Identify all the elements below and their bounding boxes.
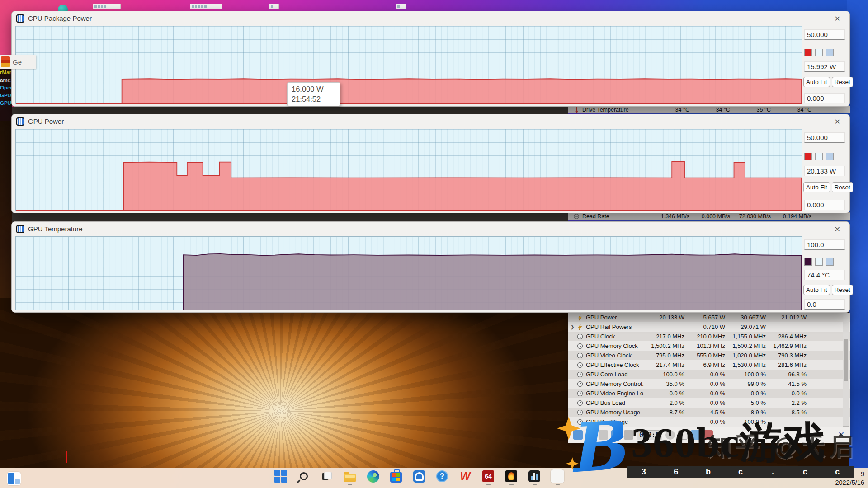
auto-fit-button[interactable]: Auto Fit <box>803 182 830 192</box>
task-view-button[interactable] <box>319 469 335 485</box>
sensor-row[interactable]: GPU Core Load100.0 %0.0 %100.0 %96.3 % <box>568 370 850 379</box>
close-icon[interactable]: ✕ <box>833 14 842 24</box>
wps-office-button[interactable]: W <box>458 469 473 485</box>
hwinfo64-button[interactable]: 64 <box>481 469 496 485</box>
sensor-label: Read Rate <box>582 213 649 220</box>
sensor-value: 100.0 % <box>644 371 684 378</box>
auto-fit-button[interactable]: Auto Fit <box>803 77 830 87</box>
sensor-value: 1,530.0 MHz <box>725 361 766 368</box>
power-icon <box>576 324 584 331</box>
auto-fit-button[interactable]: Auto Fit <box>803 285 830 295</box>
sensor-label: GPU Effective Clock <box>586 361 644 368</box>
help-button[interactable]: ? <box>434 469 450 485</box>
watermark-url-band: 36bc.cc <box>627 466 854 478</box>
close-icon[interactable]: ✕ <box>833 224 842 235</box>
background-color-swatch[interactable] <box>815 49 823 56</box>
grid-color-swatch[interactable] <box>826 153 834 160</box>
windows-logo-icon <box>274 470 287 483</box>
sensor-row-read-rate[interactable]: Read Rate1.346 MB/s0.000 MB/s72.030 MB/s… <box>568 212 850 220</box>
sensor-value: 286.4 MHz <box>766 333 807 340</box>
start-button[interactable] <box>273 469 288 485</box>
ymax-input[interactable]: 50.000 <box>804 29 845 40</box>
graph-settings-panel: 100.0 74.4 °C Auto Fit Reset 0.0 <box>803 236 846 310</box>
sensor-value: 281.6 MHz <box>766 361 807 368</box>
hidden-app-button[interactable] <box>550 469 565 485</box>
graph-plot-area[interactable] <box>15 129 802 211</box>
file-explorer-button[interactable] <box>342 469 358 485</box>
series-color-swatch[interactable] <box>804 49 812 56</box>
sensor-row-drive-temperature[interactable]: Drive Temperature34 °C34 °C35 °C34 °C <box>568 106 850 113</box>
sensor-row[interactable]: GPU Effective Clock217.4 MHz6.9 MHz1,530… <box>568 360 850 370</box>
sensor-label: GPU Video Clock <box>586 352 644 359</box>
store-button[interactable] <box>388 469 404 485</box>
app-icon <box>1 56 10 67</box>
store-icon <box>390 472 402 483</box>
sensor-value: 217.4 MHz <box>644 361 684 368</box>
furmark-button[interactable] <box>504 469 519 485</box>
dark-background-strip <box>0 121 12 298</box>
cpu-power-series <box>16 26 802 104</box>
window-title: CPU Package Power <box>28 14 92 22</box>
sensor-value: 34 °C <box>649 107 689 113</box>
sensor-value: 72.030 MB/s <box>730 213 771 220</box>
sensor-row[interactable]: GPU Video Engine Lo...0.0 %0.0 %0.0 %0.0… <box>568 389 850 398</box>
thermometer-icon <box>572 106 580 113</box>
tooltip-value: 16.000 W <box>292 84 336 94</box>
question-mark-icon: ? <box>436 470 448 482</box>
edge-button[interactable] <box>365 469 381 485</box>
graph-window-icon <box>16 225 24 233</box>
sensor-row[interactable]: GPU Video Clock795.0 MHz555.0 MHz1,020.0… <box>568 351 850 360</box>
osd-text-line: GPU 1 <box>0 92 12 99</box>
gauge-icon <box>576 380 584 388</box>
gpu-power-series <box>16 129 802 211</box>
expander-chevron-icon[interactable]: ❯ <box>571 324 576 329</box>
ymin-input[interactable]: 0.000 <box>804 93 845 103</box>
sensor-value: 0.0 % <box>725 390 766 397</box>
sensor-value: 6.9 MHz <box>684 361 725 368</box>
reset-button[interactable]: Reset <box>832 77 853 87</box>
sensor-value: 0.0 % <box>766 390 807 397</box>
graph-plot-area[interactable]: 16.000 W 21:54:52 <box>15 26 802 104</box>
series-color-swatch[interactable] <box>804 258 812 266</box>
background-color-swatch[interactable] <box>815 258 823 266</box>
ymin-input[interactable]: 0.000 <box>804 200 845 210</box>
gauge-icon <box>576 390 584 397</box>
ymax-input[interactable]: 100.0 <box>804 239 845 250</box>
sensor-row[interactable]: GPU Memory Clock1,500.2 MHz101.3 MHz1,50… <box>568 341 850 351</box>
scrollbar-thumb[interactable] <box>844 339 848 381</box>
sensor-row[interactable]: GPU Power20.133 W5.657 W30.667 W21.012 W <box>568 313 850 322</box>
search-button[interactable] <box>296 469 311 485</box>
reset-button[interactable]: Reset <box>832 182 853 192</box>
edge-icon <box>367 470 379 483</box>
window-titlebar[interactable]: GPU Power <box>12 114 849 128</box>
current-value-box: 15.992 W <box>804 61 845 72</box>
close-icon[interactable]: ✕ <box>833 117 842 127</box>
clock-icon <box>576 333 584 340</box>
window-titlebar[interactable]: GPU Temperature <box>12 222 849 236</box>
sensor-value: 0.0 % <box>684 390 725 397</box>
sensor-graph-app-button[interactable] <box>527 469 542 485</box>
sensor-label: GPU Memory Clock <box>586 343 644 349</box>
sensor-value: 0.0 % <box>684 371 725 378</box>
grid-color-swatch[interactable] <box>826 49 834 56</box>
ymax-input[interactable]: 50.000 <box>804 132 845 143</box>
sensor-value: 34 °C <box>771 107 811 113</box>
watermark-band-letter: c <box>724 467 756 477</box>
sensor-row[interactable]: GPU Memory Control...35.0 %0.0 %99.0 %41… <box>568 379 850 389</box>
window-titlebar[interactable]: CPU Package Power <box>12 11 849 25</box>
search-icon <box>300 472 308 480</box>
sensor-value: 1,500.2 MHz <box>725 343 766 349</box>
widgets-icon[interactable] <box>7 472 21 485</box>
watermark-band-letter: c <box>789 467 821 477</box>
ymin-input[interactable]: 0.0 <box>804 299 845 310</box>
sensor-row[interactable]: GPU Clock217.0 MHz210.0 MHz1,155.0 MHz28… <box>568 332 850 341</box>
grid-color-swatch[interactable] <box>826 258 834 266</box>
sensor-value: 0.0 % <box>644 390 684 397</box>
reset-button[interactable]: Reset <box>832 285 853 295</box>
background-color-swatch[interactable] <box>815 153 823 160</box>
series-color-swatch[interactable] <box>804 153 812 160</box>
audio-app-button[interactable] <box>411 469 427 485</box>
sensor-row[interactable]: ❯GPU Rail Powers0.710 W29.071 W <box>568 322 850 332</box>
scrollbar[interactable] <box>843 313 849 427</box>
graph-plot-area[interactable] <box>15 236 802 310</box>
